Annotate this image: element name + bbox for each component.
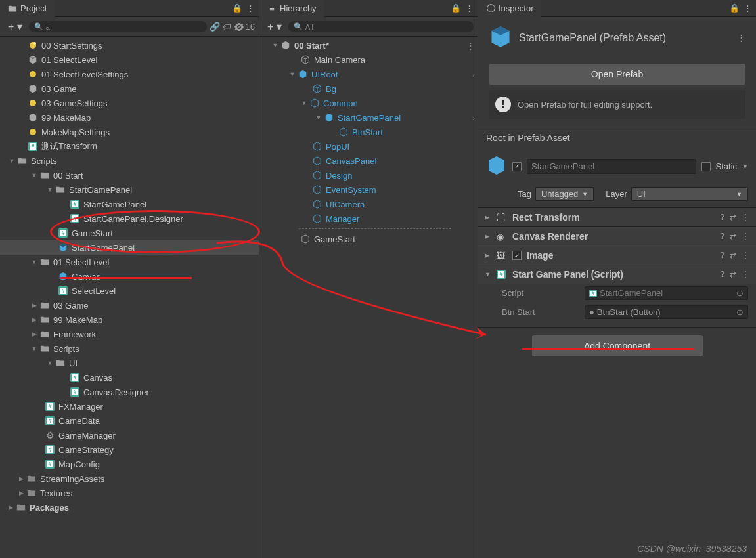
prefab-item[interactable]: Canvas	[0, 269, 259, 284]
chevron-right-icon[interactable]: ▶	[30, 302, 38, 309]
chevron-down-icon[interactable]: ▼	[30, 259, 38, 265]
scene-item[interactable]: 01 SelectLevel	[0, 53, 259, 67]
tag-dropdown[interactable]: Untagged▼	[535, 187, 594, 201]
scene-item[interactable]: MakeMapSettings	[0, 125, 259, 139]
cs-item[interactable]: #SelectLevel	[0, 284, 259, 298]
preset-icon[interactable]: ⇄	[730, 213, 736, 222]
help-icon[interactable]: ?	[720, 270, 724, 279]
menu-icon[interactable]: ⋮	[465, 3, 474, 13]
object-name-input[interactable]	[527, 159, 696, 174]
scene-item[interactable]: 03 GameSettings	[0, 96, 259, 110]
help-icon[interactable]: ?	[720, 251, 724, 260]
preset-icon[interactable]: ⇄	[730, 251, 736, 260]
chevron-right-icon[interactable]: ▶	[485, 214, 491, 221]
cs-item[interactable]: #GameStrategy	[0, 442, 259, 457]
cs-item[interactable]: #MapConfig	[0, 457, 259, 471]
static-checkbox[interactable]	[701, 162, 711, 171]
lock-icon[interactable]: 🔒	[729, 3, 740, 13]
folder-item[interactable]: ▶03 Game	[0, 298, 259, 312]
preset-icon[interactable]: ⇄	[730, 270, 736, 279]
chevron-down-icon[interactable]: ▼	[300, 100, 308, 106]
scene-root[interactable]: ▼00 Start*⋮	[259, 38, 478, 53]
inspector-tab[interactable]: ⓘ Inspector	[478, 0, 541, 17]
lock-icon[interactable]: 🔒	[451, 3, 461, 13]
scene-item[interactable]: 03 Game	[0, 81, 259, 96]
gameobject-item[interactable]: Design	[259, 168, 478, 182]
cs-item[interactable]: #FXManager	[0, 399, 259, 414]
project-tree[interactable]: 00 StartSettings 01 SelectLevel 01 Selec…	[0, 37, 259, 558]
menu-icon[interactable]: ⋮	[742, 251, 749, 260]
gameobject-item[interactable]: CanvasPanel	[259, 154, 478, 168]
help-icon[interactable]: ?	[720, 232, 724, 241]
chevron-down-icon[interactable]: ▼	[288, 71, 296, 77]
chevron-right-icon[interactable]: ▶	[485, 252, 491, 259]
component-image[interactable]: ▶ 🖼 Image ?⇄⋮	[478, 246, 756, 265]
hierarchy-tree[interactable]: ▼00 Start*⋮ Main Camera ▼UIRoot› Bg ▼Com…	[259, 37, 478, 558]
folder-item[interactable]: ▼UI	[0, 356, 259, 370]
folder-item[interactable]: ▶StreamingAssets	[0, 471, 259, 486]
chevron-right-icon[interactable]: ▶	[30, 316, 38, 323]
cs-item[interactable]: #GameData	[0, 414, 259, 428]
project-search[interactable]: 🔍 a	[29, 21, 207, 32]
folder-item[interactable]: ▼Scripts	[0, 341, 259, 356]
gameobject-item[interactable]: ▼StartGamePanel›	[259, 110, 478, 125]
filter-label-icon[interactable]: 🏷	[223, 22, 231, 32]
gameobject-item[interactable]: BtnStart	[259, 125, 478, 139]
folder-item[interactable]: ▶Textures	[0, 486, 259, 500]
menu-icon[interactable]: ⋮	[742, 232, 749, 241]
gameobject-item[interactable]: Bg	[259, 81, 478, 96]
scene-item[interactable]: 01 SelectLevelSettings	[0, 67, 259, 81]
folder-item[interactable]: ▶Packages	[0, 500, 259, 515]
add-button[interactable]: + ▾	[263, 20, 286, 33]
cs-item[interactable]: #测试Transform	[0, 139, 259, 154]
chevron-right-icon[interactable]: ▶	[7, 504, 14, 511]
folder-item[interactable]: ▶99 MakeMap	[0, 312, 259, 327]
gameobject-item[interactable]: Main Camera	[259, 53, 478, 67]
menu-icon[interactable]: ⋮	[246, 3, 255, 13]
preset-icon[interactable]: ⇄	[730, 232, 736, 241]
prefab-item[interactable]: StartGamePanel	[0, 240, 259, 255]
menu-icon[interactable]: ⋮	[466, 41, 475, 51]
scene-item[interactable]: 99 MakeMap	[0, 110, 259, 125]
chevron-right-icon[interactable]: ▶	[17, 490, 25, 496]
menu-icon[interactable]: ⋮	[737, 33, 745, 43]
chevron-right-icon[interactable]: ›	[472, 113, 475, 123]
layer-dropdown[interactable]: UI▼	[631, 187, 748, 201]
enabled-checkbox[interactable]	[512, 251, 522, 260]
hidden-icon[interactable]: 16	[234, 22, 255, 32]
chevron-down-icon[interactable]: ▼	[315, 114, 322, 121]
gameobject-item[interactable]: ▼Common	[259, 96, 478, 110]
chevron-right-icon[interactable]: ▶	[17, 475, 25, 482]
gameobject-item[interactable]: ▼UIRoot›	[259, 67, 478, 81]
component-rect-transform[interactable]: ▶ ⛶ Rect Transform ?⇄⋮	[478, 207, 756, 226]
cs-item[interactable]: #StartGamePanel	[0, 197, 259, 211]
cs-item[interactable]: #GameStart	[0, 226, 259, 240]
folder-item[interactable]: ▼Scripts	[0, 154, 259, 168]
cs-item[interactable]: #Canvas	[0, 370, 259, 385]
folder-item[interactable]: ▼StartGamePanel	[0, 182, 259, 197]
chevron-right-icon[interactable]: ▶	[485, 233, 491, 240]
folder-item[interactable]: ▼00 Start	[0, 168, 259, 182]
asset-item[interactable]: ⚙GameManager	[0, 428, 259, 442]
gameobject-item[interactable]: UICamera	[259, 197, 478, 211]
chevron-right-icon[interactable]: ▶	[30, 331, 38, 337]
object-picker-icon[interactable]: ⊙	[736, 307, 744, 317]
add-component-button[interactable]: Add Component	[532, 335, 703, 356]
chevron-down-icon[interactable]: ▼	[271, 42, 279, 49]
folder-item[interactable]: ▼01 SelectLevel	[0, 255, 259, 269]
project-tab[interactable]: Project	[0, 0, 55, 17]
script-field[interactable]: #StartGamePanel⊙	[585, 286, 748, 300]
chevron-down-icon[interactable]: ▼	[30, 172, 38, 179]
gameobject-item[interactable]: EventSystem	[259, 182, 478, 197]
cs-item[interactable]: #StartGamePanel.Designer	[0, 211, 259, 226]
add-button[interactable]: + ▾	[4, 20, 26, 33]
cs-item[interactable]: #Canvas.Designer	[0, 385, 259, 399]
folder-item[interactable]: ▶Framework	[0, 327, 259, 341]
gameobject-item[interactable]: PopUI	[259, 139, 478, 154]
hierarchy-search[interactable]: 🔍 All	[288, 21, 474, 32]
object-picker-icon[interactable]: ⊙	[736, 288, 744, 298]
menu-icon[interactable]: ⋮	[744, 3, 752, 13]
enabled-checkbox[interactable]	[512, 162, 522, 171]
menu-icon[interactable]: ⋮	[742, 270, 749, 279]
chevron-right-icon[interactable]: ›	[472, 70, 475, 79]
